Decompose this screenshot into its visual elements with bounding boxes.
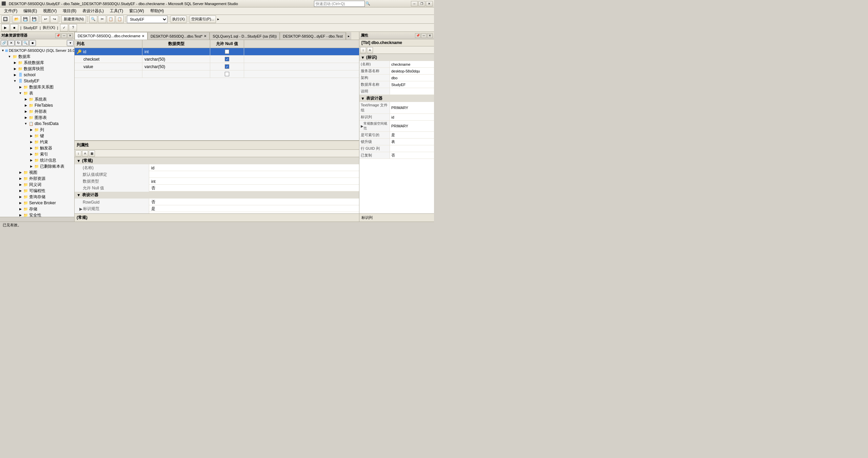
minimize-button[interactable]: ─ bbox=[411, 1, 418, 6]
tree-item-storage[interactable]: ▶ 📁 存储 bbox=[0, 206, 74, 212]
tab-sqlquery[interactable]: SQLQuery1.sql - D...StudyEF (sa (58)) bbox=[210, 32, 280, 40]
close-button[interactable]: ✕ bbox=[426, 1, 433, 6]
tab-nav-right[interactable]: ▸ bbox=[346, 32, 351, 40]
paste-btn[interactable]: 📋 bbox=[116, 16, 124, 23]
tree-item-views[interactable]: ▶ 📁 视图 bbox=[0, 169, 74, 175]
prop-value-rowguid[interactable]: 否 bbox=[149, 199, 359, 206]
menu-tools[interactable]: 工具(T) bbox=[107, 7, 126, 15]
table-row[interactable]: value varchar(50) bbox=[75, 63, 359, 70]
col-props-alpha-btn[interactable]: A bbox=[82, 150, 88, 157]
tab-test[interactable]: DESKTOP-58S0DQ...dbo.Test* ✕ bbox=[147, 32, 210, 40]
execute-btn[interactable]: 执行(X) bbox=[171, 16, 186, 23]
tree-item-diagrams[interactable]: ▶ 📁 数据库关系图 bbox=[0, 84, 74, 90]
properties-body[interactable]: ▼ (标识) (名称) checkname 服务器名称 desktop-58s0… bbox=[359, 54, 434, 213]
tree-item-constraints[interactable]: ▶ 📁 约束 bbox=[0, 139, 74, 145]
tree-item-exttables[interactable]: ▶ 📁 外部表 bbox=[0, 108, 74, 114]
tree-item-school[interactable]: ▶ 🗄 school bbox=[0, 72, 74, 78]
menu-window[interactable]: 窗口(W) bbox=[126, 7, 146, 15]
nullable-cb-checkset[interactable] bbox=[225, 57, 229, 61]
tab-checkname-close[interactable]: ✕ bbox=[142, 34, 144, 38]
tree-item-synonyms[interactable]: ▶ 📁 同义词 bbox=[0, 182, 74, 188]
tree-item-testdata[interactable]: ▼ 📋 dbo.TestData bbox=[0, 121, 74, 127]
tree-item-filetables[interactable]: ▶ 📁 FileTables bbox=[0, 102, 74, 108]
tree-disconnect-btn[interactable]: ✕ bbox=[8, 40, 15, 46]
tree-item-snapshots[interactable]: ▶ 📁 数据库快照 bbox=[0, 66, 74, 72]
table-row-empty[interactable] bbox=[75, 70, 359, 78]
tree-item-indexes[interactable]: ▶ 📁 索引 bbox=[0, 151, 74, 157]
tree-item-servicebroker[interactable]: ▶ 📁 Service Broker bbox=[0, 200, 74, 206]
saveall-btn[interactable]: 💾 bbox=[30, 16, 38, 23]
tree-item-keys[interactable]: ▶ 📁 键 bbox=[0, 133, 74, 139]
save-btn[interactable]: 💾 bbox=[21, 16, 29, 23]
redo-btn[interactable]: ↪ bbox=[50, 16, 58, 23]
prop-section-general[interactable]: ▼ (常规) bbox=[75, 157, 359, 164]
panel-pin-btn[interactable]: 📌 bbox=[55, 33, 61, 38]
tree-item-databases[interactable]: ▼ 📁 数据库 bbox=[0, 54, 74, 60]
undo-btn[interactable]: ↩ bbox=[41, 16, 50, 23]
menu-edit[interactable]: 编辑(E) bbox=[21, 7, 40, 15]
tree-item-stats[interactable]: ▶ 📁 统计信息 bbox=[0, 157, 74, 163]
tab-test2[interactable]: DESKTOP-58S0Q...dyEF - dbo.Test bbox=[280, 32, 346, 40]
new-query-btn[interactable]: 🔲 bbox=[1, 16, 9, 23]
tree-item-triggers[interactable]: ▶ 📁 触发器 bbox=[0, 145, 74, 151]
prop-value-default[interactable] bbox=[149, 171, 359, 178]
tree-item-studyef[interactable]: ▼ 🗄 StudyEF bbox=[0, 78, 74, 84]
prop-section-tabledesigner[interactable]: ▼ 表设计器 bbox=[75, 191, 359, 199]
panel-close-btn[interactable]: ✕ bbox=[67, 33, 73, 38]
props-alpha-btn[interactable]: A bbox=[367, 47, 373, 53]
tree-item-querystore[interactable]: ▶ 📁 查询存储 bbox=[0, 194, 74, 200]
restore-button[interactable]: ❐ bbox=[418, 1, 425, 6]
tree-item-extresources[interactable]: ▶ 📁 外部资源 bbox=[0, 175, 74, 182]
tree-view[interactable]: ▼ 🖥 DESKTOP-58S0DQU (SQL Server 16.0. ▼ … bbox=[0, 47, 74, 217]
tree-refresh-btn[interactable]: ↻ bbox=[15, 40, 22, 46]
col-props-body[interactable]: ▼ (常规) (名称) id 默认值或绑定 数据类型 int bbox=[75, 157, 359, 213]
prop-row-rowguid[interactable]: RowGuid 否 bbox=[75, 199, 359, 205]
table-row[interactable]: checkset varchar(50) bbox=[75, 56, 359, 63]
properties-close-btn[interactable]: ✕ bbox=[427, 33, 433, 38]
menu-view[interactable]: 视图(V) bbox=[40, 7, 59, 15]
table-body[interactable]: 🔑 id int checkset varchar(50) bbox=[75, 48, 359, 140]
menu-help[interactable]: 帮助(H) bbox=[147, 7, 167, 15]
props-sort-btn[interactable]: ↕ bbox=[360, 47, 366, 53]
panel-minimize-btn[interactable]: ─ bbox=[61, 33, 67, 38]
props-section-tabledesigner[interactable]: ▼ 表设计器 bbox=[359, 95, 434, 102]
tree-item-server[interactable]: ▼ 🖥 DESKTOP-58S0DQU (SQL Server 16.0. bbox=[0, 47, 74, 54]
tree-scrollbar[interactable] bbox=[0, 217, 74, 222]
menu-tabledesigner[interactable]: 表设计器(L) bbox=[80, 7, 106, 15]
prop-value-datatype[interactable]: int bbox=[149, 178, 359, 185]
prop-row-datatype[interactable]: 数据类型 int bbox=[75, 178, 359, 185]
tree-item-programmability[interactable]: ▶ 📁 可编程性 bbox=[0, 188, 74, 194]
database-selector[interactable]: StudyEF bbox=[127, 16, 167, 23]
quick-access-input[interactable] bbox=[314, 1, 365, 7]
filter-btn[interactable]: 🔍 bbox=[89, 16, 97, 23]
check-btn[interactable]: ✓ bbox=[60, 24, 68, 32]
prop-row-nullable[interactable]: 允许 Null 值 否 bbox=[75, 185, 359, 191]
spatial-index-btn[interactable]: 空间索引(P)... bbox=[190, 16, 216, 23]
prop-row-name[interactable]: (名称) id bbox=[75, 164, 359, 171]
execute-label[interactable]: 执行(X) bbox=[43, 25, 55, 30]
tab-checkname[interactable]: DESKTOP-58S0DQ...dbo.checkname ✕ bbox=[75, 32, 147, 40]
tree-item-security-db[interactable]: ▶ 📁 安全性 bbox=[0, 212, 74, 217]
tree-item-graphtables[interactable]: ▶ 📁 图形表 bbox=[0, 114, 74, 121]
col-props-grid-btn[interactable]: ▦ bbox=[89, 150, 95, 157]
tree-filter-btn[interactable]: 🔍 bbox=[22, 40, 29, 46]
prop-row-default[interactable]: 默认值或绑定 bbox=[75, 171, 359, 178]
open-btn[interactable]: 📂 bbox=[13, 16, 21, 23]
sql-btn-2[interactable]: ■ bbox=[10, 24, 18, 32]
nullable-cb-empty[interactable] bbox=[225, 72, 229, 76]
prop-value-name[interactable]: id bbox=[149, 164, 359, 171]
prop-row-identity[interactable]: ▶ 标识规范 是 bbox=[75, 205, 359, 212]
cell-nullable-value[interactable] bbox=[210, 63, 244, 70]
copy-btn[interactable]: 📋 bbox=[107, 16, 115, 23]
menu-file[interactable]: 文件(F) bbox=[1, 7, 20, 15]
cell-nullable-checkset[interactable] bbox=[210, 56, 244, 63]
col-props-sort-btn[interactable]: ↕ bbox=[75, 150, 81, 157]
cut-btn[interactable]: ✂ bbox=[98, 16, 106, 23]
nullable-cb-value[interactable] bbox=[225, 64, 229, 69]
nullable-cb-id[interactable] bbox=[225, 49, 229, 54]
tree-item-systables[interactable]: ▶ 📁 系统表 bbox=[0, 96, 74, 102]
tree-dropdown-btn[interactable]: ▾ bbox=[67, 40, 74, 46]
tree-item-deleted[interactable]: ▶ 📁 已删除账本表 bbox=[0, 163, 74, 169]
props-section-identity[interactable]: ▼ (标识) bbox=[359, 54, 434, 61]
tree-item-cols[interactable]: ▶ 📁 列 bbox=[0, 127, 74, 133]
